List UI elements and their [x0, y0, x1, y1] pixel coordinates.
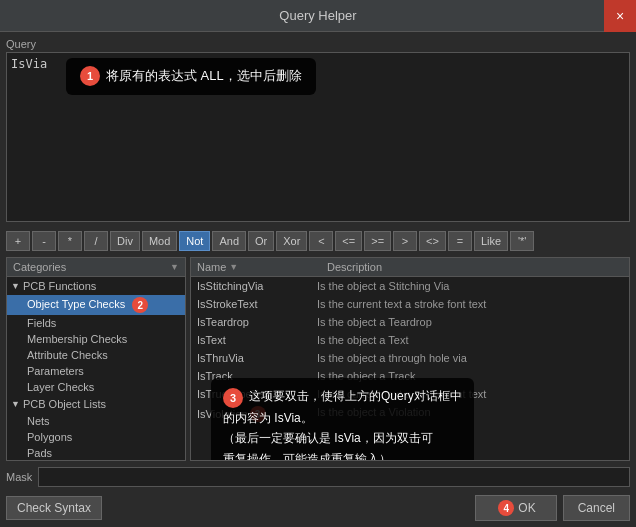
- cat-child-nets[interactable]: Nets: [7, 413, 185, 429]
- ok-badge: 4: [498, 500, 514, 516]
- cancel-button[interactable]: Cancel: [563, 495, 630, 521]
- items-desc-label: Description: [327, 261, 382, 273]
- title-bar-title: Query Helper: [279, 8, 356, 23]
- item-row-isstroketext[interactable]: IsStrokeText Is the current text a strok…: [191, 295, 629, 313]
- object-type-checks-label: Object Type Checks: [27, 298, 125, 310]
- item-name-isthruvia: IsThruVia: [191, 351, 311, 365]
- footer-row: Check Syntax 4 OK Cancel: [6, 493, 630, 523]
- categories-sort-icon: ▼: [170, 262, 179, 272]
- close-button[interactable]: ×: [604, 0, 636, 32]
- op-ne-button[interactable]: <>: [419, 231, 446, 251]
- ok-label: OK: [518, 501, 535, 515]
- bottom-panel: Categories ▼ ▼ PCB Functions Object Type…: [6, 257, 630, 461]
- op-eq-button[interactable]: =: [448, 231, 472, 251]
- pads-label: Pads: [27, 447, 52, 459]
- item-name-istext: IsText: [191, 333, 311, 347]
- pcb-functions-arrow: ▼: [11, 281, 20, 291]
- anno-badge-3: 3: [223, 388, 243, 408]
- op-lt-button[interactable]: <: [309, 231, 333, 251]
- close-icon: ×: [616, 8, 624, 24]
- items-header-desc: Description: [321, 258, 629, 276]
- cat-child-pads[interactable]: Pads: [7, 445, 185, 461]
- pcb-object-lists-label: PCB Object Lists: [23, 398, 106, 410]
- layer-checks-label: Layer Checks: [27, 381, 94, 393]
- item-row-isthruvia[interactable]: IsThruVia Is the object a through hole v…: [191, 349, 629, 367]
- item-name-isteardrop: IsTeardrop: [191, 315, 311, 329]
- check-syntax-button[interactable]: Check Syntax: [6, 496, 102, 520]
- cat-child-object-type-checks[interactable]: Object Type Checks 2: [7, 295, 185, 315]
- op-mod-button[interactable]: Mod: [142, 231, 177, 251]
- item-desc-istext: Is the object a Text: [311, 333, 629, 347]
- categories-header: Categories ▼: [7, 258, 185, 277]
- op-not-button[interactable]: Not: [179, 231, 210, 251]
- item-desc-isstroketext: Is the current text a stroke font text: [311, 297, 629, 311]
- categories-panel: Categories ▼ ▼ PCB Functions Object Type…: [6, 257, 186, 461]
- ok-button[interactable]: 4 OK: [475, 495, 556, 521]
- cat-child-layer-checks[interactable]: Layer Checks: [7, 379, 185, 395]
- cat-child-membership-checks[interactable]: Membership Checks: [7, 331, 185, 347]
- cat-child-attribute-checks[interactable]: Attribute Checks: [7, 347, 185, 363]
- query-label: Query: [6, 38, 630, 50]
- item-name-isstitchingvia: IsStitchingVia: [191, 279, 311, 293]
- cat-group-pcb-object-lists[interactable]: ▼ PCB Object Lists: [7, 395, 185, 413]
- op-plus-button[interactable]: +: [6, 231, 30, 251]
- main-content: Query IsVia 1 将原有的表达式 ALL，选中后删除 + - * / …: [0, 32, 636, 527]
- pcb-functions-label: PCB Functions: [23, 280, 96, 292]
- annotation-3: 3这项要双击，使得上方的Query对话框中的内容为 IsVia。（最后一定要确认…: [211, 378, 474, 461]
- items-panel: Name ▼ Description IsStitchingVia Is the…: [190, 257, 630, 461]
- op-and-button[interactable]: And: [212, 231, 246, 251]
- operator-row: + - * / Div Mod Not And Or Xor < <= >= >…: [6, 229, 630, 253]
- item-desc-isteardrop: Is the object a Teardrop: [311, 315, 629, 329]
- annotation-1: 1 将原有的表达式 ALL，选中后删除: [66, 58, 316, 95]
- item-desc-isstitchingvia: Is the object a Stitching Via: [311, 279, 629, 293]
- items-name-label: Name: [197, 261, 226, 273]
- op-minus-button[interactable]: -: [32, 231, 56, 251]
- categories-header-label: Categories: [13, 261, 66, 273]
- item-desc-isthruvia: Is the object a through hole via: [311, 351, 629, 365]
- item-row-isteardrop[interactable]: IsTeardrop Is the object a Teardrop: [191, 313, 629, 331]
- op-xor-button[interactable]: Xor: [276, 231, 307, 251]
- object-type-badge: 2: [132, 297, 148, 313]
- polygons-label: Polygons: [27, 431, 72, 443]
- pcb-object-lists-arrow: ▼: [11, 399, 20, 409]
- cat-child-polygons[interactable]: Polygons: [7, 429, 185, 445]
- cat-child-parameters[interactable]: Parameters: [7, 363, 185, 379]
- op-wildcard-button[interactable]: '*': [510, 231, 534, 251]
- items-name-sort: ▼: [229, 262, 238, 272]
- title-bar: Query Helper ×: [0, 0, 636, 32]
- op-star-button[interactable]: *: [58, 231, 82, 251]
- mask-input[interactable]: [38, 467, 630, 487]
- parameters-label: Parameters: [27, 365, 84, 377]
- op-gte-button[interactable]: >=: [364, 231, 391, 251]
- op-like-button[interactable]: Like: [474, 231, 508, 251]
- attribute-checks-label: Attribute Checks: [27, 349, 108, 361]
- cat-group-pcb-functions[interactable]: ▼ PCB Functions: [7, 277, 185, 295]
- op-div-button[interactable]: Div: [110, 231, 140, 251]
- anno-badge-1: 1: [80, 66, 100, 86]
- anno-text-1: 将原有的表达式 ALL，选中后删除: [106, 66, 302, 87]
- mask-row: Mask: [6, 465, 630, 489]
- query-section: Query IsVia 1 将原有的表达式 ALL，选中后删除: [6, 38, 630, 225]
- item-row-istext[interactable]: IsText Is the object a Text: [191, 331, 629, 349]
- op-slash-button[interactable]: /: [84, 231, 108, 251]
- nets-label: Nets: [27, 415, 50, 427]
- item-row-isstitchingvia[interactable]: IsStitchingVia Is the object a Stitching…: [191, 277, 629, 295]
- items-header: Name ▼ Description: [191, 258, 629, 277]
- op-lte-button[interactable]: <=: [335, 231, 362, 251]
- mask-label: Mask: [6, 471, 32, 483]
- fields-label: Fields: [27, 317, 56, 329]
- op-gt-button[interactable]: >: [393, 231, 417, 251]
- item-name-isstroketext: IsStrokeText: [191, 297, 311, 311]
- footer-right: 4 OK Cancel: [475, 495, 630, 521]
- op-or-button[interactable]: Or: [248, 231, 274, 251]
- items-header-name: Name ▼: [191, 258, 321, 276]
- anno-text-3: 这项要双击，使得上方的Query对话框中的内容为 IsVia。（最后一定要确认是…: [223, 389, 462, 461]
- membership-checks-label: Membership Checks: [27, 333, 127, 345]
- cat-child-fields[interactable]: Fields: [7, 315, 185, 331]
